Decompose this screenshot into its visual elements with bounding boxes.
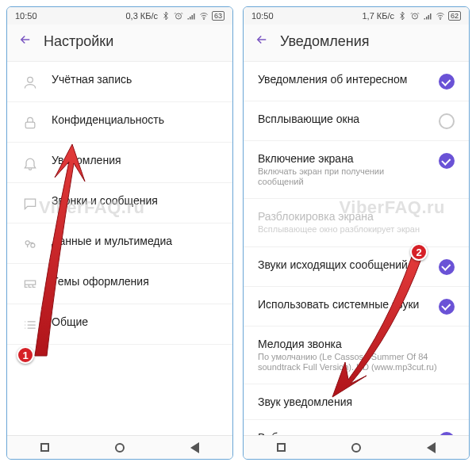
- status-time: 10:50: [15, 11, 37, 21]
- row-label: Звуки исходящих сообщений: [258, 258, 426, 271]
- status-net: 1,7 КБ/с: [362, 11, 394, 21]
- row-label: Темы оформления: [52, 275, 218, 288]
- row-label: Учётная запись: [52, 73, 218, 86]
- row-vibrate[interactable]: Вибрация при звонке: [244, 420, 469, 435]
- row-notifications[interactable]: Уведомления: [7, 143, 232, 183]
- status-net: 0,3 КБ/с: [125, 11, 158, 21]
- recents-button[interactable]: [277, 443, 286, 452]
- phone-right: 10:50 1,7 КБ/с 62 Уведомления Уведомлени…: [243, 6, 470, 460]
- recents-button[interactable]: [40, 443, 49, 452]
- row-sub: Включать экран при получении сообщений: [258, 166, 426, 187]
- row-privacy[interactable]: Конфиденциальность: [7, 102, 232, 143]
- bluetooth-icon: [397, 11, 407, 21]
- row-label: Уведомления об интересном: [258, 73, 426, 86]
- appbar: Настройки: [7, 25, 232, 62]
- row-label: Уведомления: [52, 154, 218, 166]
- signal-icon: [186, 11, 196, 21]
- status-batt: 63: [212, 11, 225, 21]
- page-title: Уведомления: [280, 33, 370, 50]
- row-label: Звук уведомления: [258, 395, 455, 408]
- svg-rect-3: [25, 122, 35, 128]
- row-ringtone[interactable]: Мелодия звонка По умолчанию (Le Cassos -…: [244, 327, 469, 384]
- brush-icon: [21, 277, 39, 292]
- row-label: Мелодия звонка: [258, 338, 455, 350]
- wifi-icon: [436, 11, 445, 21]
- row-label: Общие: [52, 315, 218, 328]
- status-time: 10:50: [251, 11, 274, 21]
- statusbar: 10:50 1,7 КБ/с 62: [244, 7, 469, 25]
- status-batt: 62: [448, 11, 461, 21]
- row-data[interactable]: Данные и мультимедиа: [7, 223, 232, 264]
- row-unlock: Разблокировка экрана Всплывающее окно ра…: [244, 199, 469, 246]
- toggle[interactable]: [439, 153, 455, 169]
- toggle[interactable]: [439, 74, 455, 90]
- svg-point-7: [440, 19, 440, 20]
- back-button[interactable]: [18, 32, 33, 50]
- lock-icon: [21, 115, 39, 131]
- media-icon: [21, 236, 39, 252]
- row-screen-on[interactable]: Включение экрана Включать экран при полу…: [244, 141, 469, 199]
- row-calls[interactable]: Звонки и сообщения: [7, 183, 232, 223]
- user-icon: [21, 74, 39, 90]
- back-button[interactable]: [255, 32, 269, 50]
- statusbar: 10:50 0,3 КБ/с 63: [7, 7, 232, 25]
- signal-icon: [423, 11, 432, 21]
- row-label: Разблокировка экрана: [258, 210, 455, 223]
- android-nav: [7, 435, 232, 459]
- menu-icon: [21, 317, 39, 333]
- svg-point-5: [31, 243, 35, 247]
- svg-point-1: [203, 19, 204, 20]
- row-account[interactable]: Учётная запись: [7, 62, 232, 102]
- row-themes[interactable]: Темы оформления: [7, 264, 232, 304]
- row-notif-sound[interactable]: Звук уведомления: [244, 384, 469, 420]
- toggle[interactable]: [439, 259, 455, 275]
- annotation-badge-1: 1: [17, 346, 34, 364]
- row-label: Звонки и сообщения: [52, 194, 218, 207]
- row-sub: По умолчанию (Le Cassos - Summer Of 84 s…: [258, 352, 455, 372]
- svg-point-2: [28, 77, 33, 82]
- back-nav-button[interactable]: [427, 442, 436, 453]
- toggle[interactable]: [439, 113, 455, 129]
- row-popups[interactable]: Всплывающие окна: [244, 101, 469, 141]
- row-label: Данные и мультимедиа: [52, 235, 218, 247]
- page-title: Настройки: [44, 33, 113, 50]
- row-label: Использовать системные звуки: [258, 298, 426, 311]
- row-label: Включение экрана: [258, 152, 426, 165]
- svg-point-4: [25, 241, 29, 245]
- home-button[interactable]: [115, 443, 125, 453]
- back-nav-button[interactable]: [190, 442, 199, 453]
- row-label: Конфиденциальность: [52, 113, 218, 126]
- android-nav: [244, 435, 469, 459]
- row-interesting[interactable]: Уведомления об интересном: [244, 62, 469, 101]
- chat-icon: [21, 196, 39, 212]
- notif-list: Уведомления об интересном Всплывающие ок…: [244, 62, 469, 435]
- wifi-icon: [199, 11, 209, 21]
- row-outgoing-sounds[interactable]: Звуки исходящих сообщений: [244, 247, 469, 287]
- appbar: Уведомления: [244, 25, 469, 62]
- bluetooth-icon: [161, 11, 171, 21]
- row-system-sounds[interactable]: Использовать системные звуки: [244, 287, 469, 327]
- toggle[interactable]: [439, 299, 455, 315]
- home-button[interactable]: [351, 443, 361, 453]
- settings-list: Учётная запись Конфиденциальность Уведом…: [7, 62, 232, 435]
- annotation-badge-2: 2: [410, 243, 428, 261]
- bell-icon: [21, 155, 39, 171]
- phone-left: 10:50 0,3 КБ/с 63 Настройки Учётная запи…: [6, 6, 233, 460]
- alarm-icon: [410, 11, 420, 21]
- alarm-icon: [174, 11, 183, 21]
- row-general[interactable]: Общие: [7, 304, 232, 345]
- row-label: Всплывающие окна: [258, 113, 426, 125]
- row-sub: Всплывающее окно разблокирует экран: [258, 224, 455, 235]
